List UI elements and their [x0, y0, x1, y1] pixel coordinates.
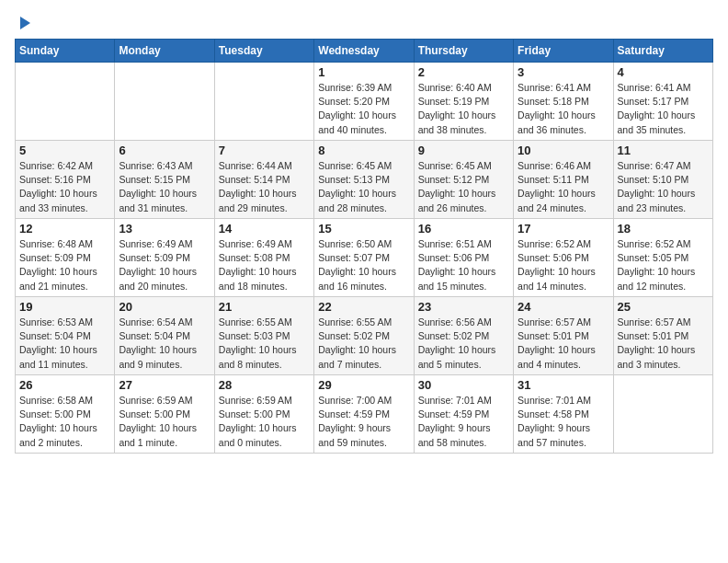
day-number: 10 [518, 144, 609, 157]
svg-marker-0 [20, 17, 30, 29]
calendar-cell: 17Sunrise: 6:52 AMSunset: 5:06 PMDayligh… [514, 219, 613, 297]
day-info: Sunrise: 6:41 AMSunset: 5:18 PMDaylight:… [518, 81, 609, 137]
calendar-table: SundayMondayTuesdayWednesdayThursdayFrid… [15, 39, 713, 454]
day-info: Sunrise: 6:57 AMSunset: 5:01 PMDaylight:… [618, 316, 709, 372]
calendar-cell: 7Sunrise: 6:44 AMSunset: 5:14 PMDaylight… [214, 141, 313, 219]
day-info: Sunrise: 6:45 AMSunset: 5:12 PMDaylight:… [418, 159, 509, 215]
calendar-cell: 27Sunrise: 6:59 AMSunset: 5:00 PMDayligh… [115, 375, 214, 454]
day-number: 15 [318, 222, 409, 236]
day-info: Sunrise: 6:54 AMSunset: 5:04 PMDaylight:… [119, 316, 210, 372]
calendar-cell [115, 63, 214, 141]
calendar-cell: 1Sunrise: 6:39 AMSunset: 5:20 PMDaylight… [314, 63, 414, 141]
day-number: 5 [19, 144, 110, 157]
calendar-cell: 11Sunrise: 6:47 AMSunset: 5:10 PMDayligh… [613, 141, 712, 219]
day-number: 9 [418, 144, 509, 157]
calendar-cell: 29Sunrise: 7:00 AMSunset: 4:59 PMDayligh… [314, 375, 414, 454]
calendar-body: 1Sunrise: 6:39 AMSunset: 5:20 PMDaylight… [16, 63, 713, 454]
day-info: Sunrise: 6:49 AMSunset: 5:08 PMDaylight:… [219, 237, 310, 293]
calendar-cell: 20Sunrise: 6:54 AMSunset: 5:04 PMDayligh… [115, 297, 214, 375]
day-number: 31 [518, 378, 609, 392]
day-number: 28 [219, 378, 310, 392]
calendar-cell: 14Sunrise: 6:49 AMSunset: 5:08 PMDayligh… [214, 219, 313, 297]
day-number: 8 [318, 144, 409, 157]
calendar-cell: 25Sunrise: 6:57 AMSunset: 5:01 PMDayligh… [613, 297, 712, 375]
calendar-cell: 18Sunrise: 6:52 AMSunset: 5:05 PMDayligh… [613, 219, 712, 297]
day-number: 22 [318, 300, 409, 314]
day-info: Sunrise: 6:42 AMSunset: 5:16 PMDaylight:… [19, 159, 110, 215]
day-header-saturday: Saturday [613, 40, 712, 63]
day-number: 24 [518, 300, 609, 314]
day-number: 25 [618, 300, 709, 314]
day-info: Sunrise: 6:57 AMSunset: 5:01 PMDaylight:… [518, 316, 609, 372]
calendar-cell: 31Sunrise: 7:01 AMSunset: 4:58 PMDayligh… [514, 375, 613, 454]
logo-arrow-icon [16, 15, 32, 31]
calendar-cell: 3Sunrise: 6:41 AMSunset: 5:18 PMDaylight… [514, 63, 613, 141]
calendar-cell: 19Sunrise: 6:53 AMSunset: 5:04 PMDayligh… [16, 297, 115, 375]
calendar-cell: 28Sunrise: 6:59 AMSunset: 5:00 PMDayligh… [214, 375, 313, 454]
day-number: 1 [318, 65, 409, 79]
day-info: Sunrise: 6:50 AMSunset: 5:07 PMDaylight:… [318, 237, 409, 293]
week-row-3: 12Sunrise: 6:48 AMSunset: 5:09 PMDayligh… [16, 219, 713, 297]
day-header-wednesday: Wednesday [314, 40, 414, 63]
day-info: Sunrise: 6:46 AMSunset: 5:11 PMDaylight:… [518, 159, 609, 215]
calendar-cell: 9Sunrise: 6:45 AMSunset: 5:12 PMDaylight… [414, 141, 513, 219]
day-header-friday: Friday [514, 40, 613, 63]
day-info: Sunrise: 6:55 AMSunset: 5:02 PMDaylight:… [318, 316, 409, 372]
calendar-cell: 26Sunrise: 6:58 AMSunset: 5:00 PMDayligh… [16, 375, 115, 454]
calendar-header: SundayMondayTuesdayWednesdayThursdayFrid… [16, 40, 713, 63]
day-info: Sunrise: 6:49 AMSunset: 5:09 PMDaylight:… [119, 237, 210, 293]
calendar-cell: 23Sunrise: 6:56 AMSunset: 5:02 PMDayligh… [414, 297, 513, 375]
week-row-2: 5Sunrise: 6:42 AMSunset: 5:16 PMDaylight… [16, 141, 713, 219]
logo [15, 15, 32, 31]
day-info: Sunrise: 6:41 AMSunset: 5:17 PMDaylight:… [618, 81, 709, 137]
day-info: Sunrise: 6:55 AMSunset: 5:03 PMDaylight:… [219, 316, 310, 372]
day-header-tuesday: Tuesday [214, 40, 313, 63]
calendar-cell [214, 63, 313, 141]
calendar-cell: 21Sunrise: 6:55 AMSunset: 5:03 PMDayligh… [214, 297, 313, 375]
day-info: Sunrise: 6:58 AMSunset: 5:00 PMDaylight:… [19, 394, 110, 450]
day-info: Sunrise: 6:52 AMSunset: 5:05 PMDaylight:… [618, 237, 709, 293]
calendar-cell: 16Sunrise: 6:51 AMSunset: 5:06 PMDayligh… [414, 219, 513, 297]
calendar-cell: 2Sunrise: 6:40 AMSunset: 5:19 PMDaylight… [414, 63, 513, 141]
header [15, 15, 713, 31]
week-row-1: 1Sunrise: 6:39 AMSunset: 5:20 PMDaylight… [16, 63, 713, 141]
day-number: 11 [618, 144, 709, 157]
calendar-cell: 6Sunrise: 6:43 AMSunset: 5:15 PMDaylight… [115, 141, 214, 219]
calendar-cell: 10Sunrise: 6:46 AMSunset: 5:11 PMDayligh… [514, 141, 613, 219]
calendar-cell: 22Sunrise: 6:55 AMSunset: 5:02 PMDayligh… [314, 297, 414, 375]
day-info: Sunrise: 6:47 AMSunset: 5:10 PMDaylight:… [618, 159, 709, 215]
day-info: Sunrise: 6:59 AMSunset: 5:00 PMDaylight:… [219, 394, 310, 450]
day-info: Sunrise: 6:43 AMSunset: 5:15 PMDaylight:… [119, 159, 210, 215]
day-number: 23 [418, 300, 509, 314]
day-number: 6 [119, 144, 210, 157]
day-number: 19 [19, 300, 110, 314]
day-info: Sunrise: 6:40 AMSunset: 5:19 PMDaylight:… [418, 81, 509, 137]
calendar-cell: 8Sunrise: 6:45 AMSunset: 5:13 PMDaylight… [314, 141, 414, 219]
day-info: Sunrise: 7:01 AMSunset: 4:58 PMDaylight:… [518, 394, 609, 450]
day-info: Sunrise: 6:39 AMSunset: 5:20 PMDaylight:… [318, 81, 409, 137]
day-info: Sunrise: 6:56 AMSunset: 5:02 PMDaylight:… [418, 316, 509, 372]
calendar-cell: 30Sunrise: 7:01 AMSunset: 4:59 PMDayligh… [414, 375, 513, 454]
week-row-5: 26Sunrise: 6:58 AMSunset: 5:00 PMDayligh… [16, 375, 713, 454]
day-info: Sunrise: 6:44 AMSunset: 5:14 PMDaylight:… [219, 159, 310, 215]
day-number: 27 [119, 378, 210, 392]
day-info: Sunrise: 7:01 AMSunset: 4:59 PMDaylight:… [418, 394, 509, 450]
day-info: Sunrise: 6:52 AMSunset: 5:06 PMDaylight:… [518, 237, 609, 293]
day-info: Sunrise: 7:00 AMSunset: 4:59 PMDaylight:… [318, 394, 409, 450]
calendar-cell: 13Sunrise: 6:49 AMSunset: 5:09 PMDayligh… [115, 219, 214, 297]
day-info: Sunrise: 6:45 AMSunset: 5:13 PMDaylight:… [318, 159, 409, 215]
day-number: 20 [119, 300, 210, 314]
day-info: Sunrise: 6:48 AMSunset: 5:09 PMDaylight:… [19, 237, 110, 293]
calendar-cell: 15Sunrise: 6:50 AMSunset: 5:07 PMDayligh… [314, 219, 414, 297]
day-number: 7 [219, 144, 310, 157]
day-number: 14 [219, 222, 310, 236]
day-header-thursday: Thursday [414, 40, 513, 63]
day-number: 21 [219, 300, 310, 314]
day-header-sunday: Sunday [16, 40, 115, 63]
week-row-4: 19Sunrise: 6:53 AMSunset: 5:04 PMDayligh… [16, 297, 713, 375]
day-number: 18 [618, 222, 709, 236]
day-number: 4 [618, 65, 709, 79]
calendar-cell [613, 375, 712, 454]
day-number: 2 [418, 65, 509, 79]
day-number: 12 [19, 222, 110, 236]
